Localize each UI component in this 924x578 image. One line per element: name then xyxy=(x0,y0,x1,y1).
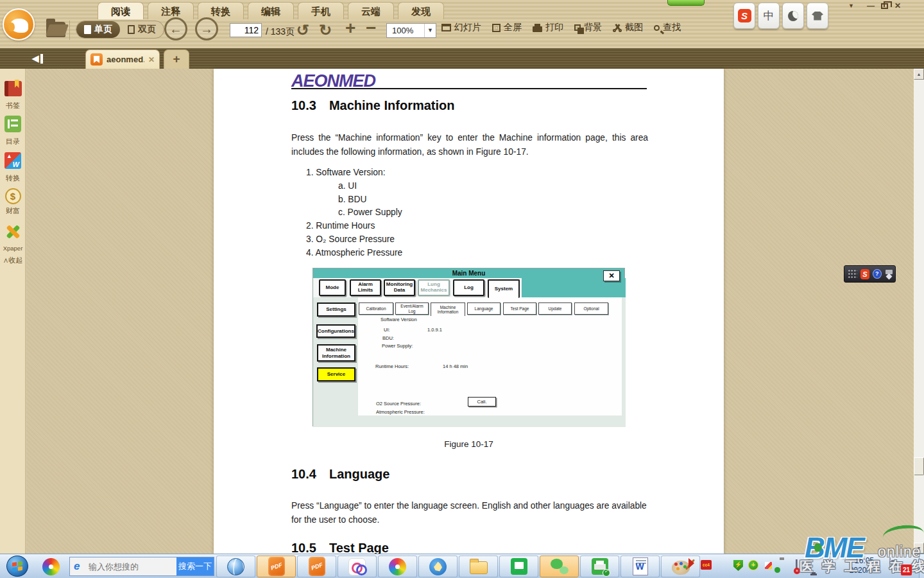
screenshot-button[interactable]: 截图 xyxy=(613,22,643,33)
ribbon-tab-bar: 阅读 注释 转换 编辑 手机 云端 发现 xyxy=(98,2,444,19)
night-mode-key[interactable] xyxy=(782,3,804,29)
background-button[interactable]: 背景 xyxy=(574,22,602,33)
cctv-icon[interactable]: cc4 xyxy=(701,560,712,570)
taskbar-app-rainbow-browser[interactable] xyxy=(378,556,417,577)
clock-date: 2020/1/1 xyxy=(841,566,888,575)
search-field-wrap: e xyxy=(70,557,176,575)
taskbar-app-pdf-active[interactable]: PDF xyxy=(257,556,296,577)
app-logo-elephant-icon[interactable] xyxy=(3,8,35,40)
minimized-widget-pill[interactable] xyxy=(667,0,705,6)
single-page-button[interactable]: 单页 xyxy=(76,21,120,38)
scroll-down-button[interactable]: ▼ xyxy=(914,543,924,554)
help-icon[interactable]: ? xyxy=(873,269,881,279)
taskbar: e 搜索一下 PDF PDF cc4 ⚡ + × 16:05 2020/1/1 xyxy=(0,554,924,578)
section-title: Language xyxy=(329,467,389,482)
hand-app-icon xyxy=(429,558,447,575)
back-triangle-icon: ◀ xyxy=(31,53,39,64)
zoom-level-value: 100% xyxy=(387,26,424,35)
start-button[interactable] xyxy=(6,556,28,577)
sidebar-item-wealth[interactable]: $ 财富 xyxy=(0,188,26,216)
taskbar-app-hand[interactable] xyxy=(418,556,458,577)
next-page-button[interactable]: → xyxy=(195,17,218,40)
zoom-level-select[interactable]: 100% ▼ xyxy=(386,23,436,38)
open-file-icon[interactable] xyxy=(46,22,65,37)
previous-page-button[interactable]: ← xyxy=(164,17,187,40)
scroll-up-button[interactable]: ▲ xyxy=(914,69,924,80)
print-button[interactable]: 打印 xyxy=(533,22,563,33)
close-tab-icon[interactable]: ✕ xyxy=(148,55,155,64)
tray-clock[interactable]: 16:05 2020/1/1 xyxy=(841,556,888,575)
rotate-left-icon[interactable]: ↺ xyxy=(296,21,309,39)
ribbon-tab-edit[interactable]: 编辑 xyxy=(248,2,294,19)
chinese-mode-key[interactable]: 中 xyxy=(758,3,780,29)
restore-button[interactable] xyxy=(881,3,888,9)
sogou-status-widget[interactable]: S ? xyxy=(844,265,896,283)
document-tab-strip: ◀ aeonmed… ✕ + xyxy=(0,48,924,69)
chevron-down-icon[interactable]: ▼ xyxy=(424,24,436,37)
fullscreen-icon xyxy=(492,24,501,32)
section-number: 10.4 xyxy=(291,467,316,482)
security-shield-icon[interactable]: ⚡ xyxy=(733,560,743,571)
taskbar-search-input[interactable] xyxy=(89,562,166,572)
atmospheric-pressure-label: Atmospheric Pressure: xyxy=(376,409,425,415)
taskbar-app-explorer[interactable] xyxy=(459,556,498,577)
ribbon-tab-discover[interactable]: 发现 xyxy=(398,2,444,19)
taskbar-app-pdf[interactable]: PDF xyxy=(297,556,336,577)
ribbon-tab-mobile[interactable]: 手机 xyxy=(298,2,344,19)
taskbar-pinwheel-app[interactable] xyxy=(36,556,65,577)
single-page-icon xyxy=(84,25,91,34)
zoom-in-icon[interactable]: + xyxy=(345,18,355,39)
ime-panel-icon[interactable] xyxy=(889,557,891,570)
ribbon-tab-convert[interactable]: 转换 xyxy=(198,2,244,19)
figure-10-17-machine-ui: Main Menu ✕ Mode Alarm Limits Monitoring… xyxy=(312,268,625,426)
search-go-button[interactable]: 搜索一下 xyxy=(176,557,214,575)
list-item: 4. Atmospheric Pressure xyxy=(306,248,402,261)
sogou-ime-bar: S 中 xyxy=(733,3,828,29)
page-number-input[interactable] xyxy=(230,23,262,37)
forward-arrow-icon: → xyxy=(200,22,213,36)
taskbar-app-green-doc[interactable] xyxy=(499,556,538,577)
zoom-out-icon[interactable]: − xyxy=(366,18,376,39)
figure-main-menu-titlebar: Main Menu xyxy=(313,268,624,278)
scrollbar-thumb[interactable] xyxy=(914,457,924,475)
close-button[interactable]: ✕ xyxy=(894,1,901,10)
speedup-ball-icon[interactable]: + xyxy=(748,560,758,570)
paragraph-103: Press the “Machine information” key to e… xyxy=(291,131,648,159)
sidebar-item-label: 转换 xyxy=(0,173,26,183)
sogou-logo-icon[interactable]: S xyxy=(860,269,869,279)
taskbar-app-wechat[interactable] xyxy=(540,556,579,577)
skin-key[interactable] xyxy=(807,3,828,29)
toolbox-icon[interactable] xyxy=(885,269,892,279)
section-number: 10.3 xyxy=(291,98,316,113)
show-desktop-button[interactable] xyxy=(919,554,924,578)
slideshow-button[interactable]: 幻灯片 xyxy=(441,22,481,33)
document-tab-aeonmed[interactable]: aeonmed… ✕ xyxy=(85,49,160,69)
keyboard-dots-icon[interactable] xyxy=(848,269,857,279)
taskbar-app-knot[interactable] xyxy=(338,556,377,577)
ribbon-tab-read[interactable]: 阅读 xyxy=(98,2,144,19)
section-heading-104: 10.4 Language xyxy=(291,467,389,482)
pdf-reader-icon: PDF xyxy=(309,557,325,576)
ribbon-tab-cloud[interactable]: 云端 xyxy=(348,2,394,19)
sidebar-item-xpaper[interactable]: Xpaper xyxy=(0,223,26,252)
find-button[interactable]: 查找 xyxy=(654,22,681,33)
taskbar-app-printer[interactable] xyxy=(580,556,619,577)
sidebar-item-convert[interactable]: 转换 xyxy=(0,152,26,183)
new-tab-button[interactable]: + xyxy=(164,49,189,69)
sidebar-item-bookmarks[interactable]: 书签 xyxy=(0,81,26,110)
network-display-icon[interactable] xyxy=(809,559,810,572)
menu-dropdown-icon[interactable]: ▼ xyxy=(848,3,854,9)
minimize-button[interactable]: — xyxy=(867,1,875,10)
double-page-button[interactable]: 双页 xyxy=(120,21,164,38)
taskbar-app-browser[interactable] xyxy=(216,556,255,577)
taskbar-app-word[interactable] xyxy=(620,556,660,577)
sogou-logo-key[interactable]: S xyxy=(733,3,755,29)
fullscreen-button[interactable]: 全屏 xyxy=(492,22,522,33)
sidebar-item-toc[interactable]: 目录 xyxy=(0,116,26,146)
rotate-right-icon[interactable]: ↻ xyxy=(319,21,332,39)
ribbon-tab-annotate[interactable]: 注释 xyxy=(148,2,194,19)
collapse-sidebar-button[interactable]: ◀ xyxy=(26,51,49,66)
action-center-flag-icon[interactable]: × xyxy=(796,559,798,571)
vertical-scrollbar[interactable]: ▲ ▼ xyxy=(914,69,924,554)
sidebar-collapse-button[interactable]: ∧收起 xyxy=(0,256,26,265)
